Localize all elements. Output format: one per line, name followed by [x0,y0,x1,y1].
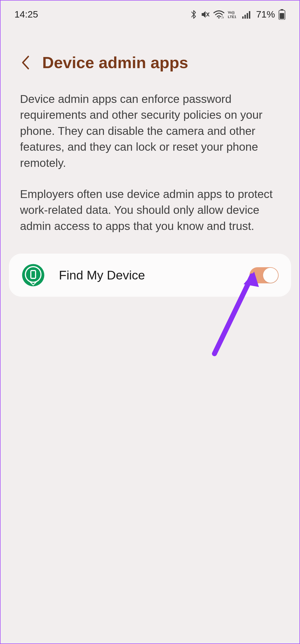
bluetooth-icon [190,9,197,19]
mute-icon [201,10,210,19]
battery-icon [278,9,286,20]
app-row-find-my-device[interactable]: Find My Device [9,254,291,297]
svg-rect-7 [247,13,248,19]
description-para1: Device admin apps can enforce password r… [20,91,280,171]
find-my-device-icon [21,263,45,287]
status-icons: Vo)) LTE1 71% [190,9,286,20]
description-para2: Employers often use device admin apps to… [20,186,280,234]
signal-icon [242,10,252,19]
page-header: Device admin apps [1,25,299,83]
volte-icon: Vo)) LTE1 [228,10,239,19]
status-bar: 14:25 Vo)) LTE1 71% [1,1,299,25]
app-toggle[interactable] [249,267,279,283]
svg-rect-5 [242,16,244,19]
svg-rect-6 [244,15,246,19]
wifi-icon [213,10,224,19]
back-icon[interactable] [20,54,31,71]
svg-rect-11 [280,13,284,19]
app-label: Find My Device [59,268,236,283]
svg-point-2 [218,17,219,18]
battery-percentage: 71% [256,9,275,20]
svg-text:Vo)): Vo)) [228,10,234,14]
svg-point-13 [26,267,41,282]
status-time: 14:25 [14,9,38,20]
page-title: Device admin apps [42,53,188,72]
svg-rect-8 [249,11,250,19]
svg-text:LTE1: LTE1 [228,15,236,19]
page-description: Device admin apps can enforce password r… [1,83,299,251]
